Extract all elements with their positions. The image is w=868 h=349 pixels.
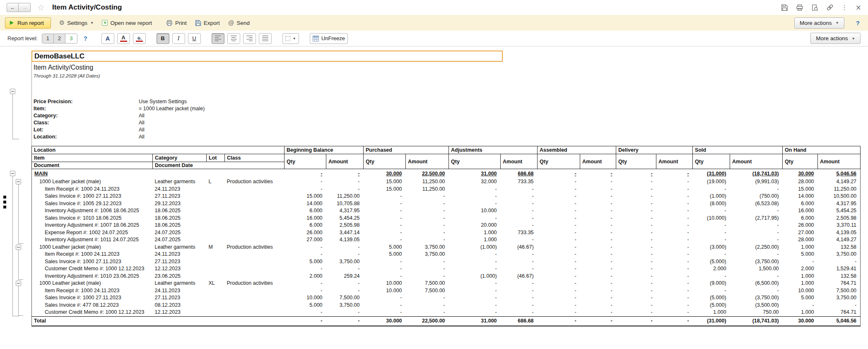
row-label[interactable]: Total bbox=[32, 316, 285, 326]
table-cell[interactable]: - bbox=[616, 316, 656, 326]
table-cell[interactable]: 10.000 bbox=[449, 207, 501, 215]
row-label[interactable]: 24.07.2025 bbox=[153, 236, 285, 244]
table-cell[interactable]: - bbox=[364, 236, 406, 244]
column-header[interactable]: Adjustments bbox=[449, 146, 538, 154]
column-header[interactable]: Qty bbox=[616, 154, 656, 169]
table-cell[interactable]: 1.000 bbox=[783, 309, 818, 316]
table-cell[interactable]: - bbox=[656, 280, 693, 287]
table-cell[interactable]: 686.68 bbox=[501, 316, 538, 326]
table-cell[interactable]: - bbox=[656, 236, 693, 244]
row-label[interactable]: XL bbox=[207, 280, 225, 287]
column-header[interactable]: Qty bbox=[364, 154, 406, 169]
table-cell[interactable]: 31.000 bbox=[449, 169, 501, 179]
table-cell[interactable]: 6.000 bbox=[783, 200, 818, 208]
table-cell[interactable]: - bbox=[616, 302, 656, 309]
table-cell[interactable]: - bbox=[538, 169, 580, 179]
row-label[interactable]: Leather garments bbox=[153, 280, 207, 287]
table-cell[interactable]: - bbox=[580, 222, 616, 229]
table-cell[interactable]: 30.000 bbox=[783, 169, 818, 179]
table-cell[interactable]: 5.000 bbox=[364, 251, 406, 258]
table-cell[interactable]: 686.68 bbox=[501, 169, 538, 179]
table-cell[interactable]: - bbox=[501, 265, 538, 273]
table-cell[interactable]: - bbox=[580, 287, 616, 295]
settings-button[interactable]: ⚙ Settings ▼ bbox=[59, 20, 94, 26]
table-cell[interactable]: 1.000 bbox=[783, 273, 818, 280]
table-cell[interactable]: - bbox=[364, 258, 406, 266]
table-cell[interactable]: - bbox=[538, 244, 580, 251]
run-report-button[interactable]: Run report bbox=[5, 17, 51, 29]
table-cell[interactable]: 3,750.00 bbox=[406, 244, 449, 251]
more-actions-button[interactable]: More actions ▼ bbox=[794, 17, 844, 29]
table-cell[interactable]: - bbox=[449, 251, 501, 258]
unfreeze-button[interactable]: UnFreeze bbox=[310, 33, 348, 44]
column-header[interactable]: Document Date bbox=[153, 162, 285, 169]
preview-icon[interactable] bbox=[811, 4, 818, 11]
table-cell[interactable]: (9,991.03) bbox=[730, 178, 783, 186]
row-label[interactable]: 1000 Leather jacket (male) bbox=[32, 178, 153, 186]
row-label[interactable]: 24.11.2023 bbox=[153, 186, 285, 193]
table-cell[interactable]: - bbox=[501, 222, 538, 229]
table-cell[interactable]: - bbox=[693, 236, 730, 244]
table-cell[interactable]: - bbox=[580, 207, 616, 215]
table-cell[interactable]: - bbox=[616, 309, 656, 316]
table-cell[interactable]: - bbox=[730, 186, 783, 193]
table-cell[interactable]: 16.000 bbox=[783, 207, 818, 215]
table-cell[interactable]: - bbox=[580, 169, 616, 179]
table-cell[interactable]: - bbox=[326, 287, 364, 295]
row-label[interactable]: Item Receipt #: 1000 24.11.2023 bbox=[32, 186, 153, 193]
column-header[interactable]: Sold bbox=[693, 146, 783, 154]
table-cell[interactable]: - bbox=[616, 294, 656, 302]
table-cell[interactable]: - bbox=[326, 265, 364, 273]
collapse-toggle-main[interactable] bbox=[10, 171, 15, 176]
save-icon[interactable] bbox=[781, 4, 788, 11]
table-cell[interactable]: - bbox=[538, 265, 580, 273]
table-cell[interactable]: - bbox=[285, 178, 326, 186]
column-header[interactable]: Purchased bbox=[364, 146, 449, 154]
table-cell[interactable]: - bbox=[406, 193, 449, 200]
table-cell[interactable]: - bbox=[449, 265, 501, 273]
column-header[interactable]: Qty bbox=[538, 154, 580, 169]
row-label[interactable]: 29.12.2023 bbox=[153, 200, 285, 208]
column-header[interactable]: Amount bbox=[818, 154, 861, 169]
table-cell[interactable]: 22,500.00 bbox=[406, 316, 449, 326]
table-cell[interactable]: - bbox=[656, 207, 693, 215]
table-cell[interactable]: 733.35 bbox=[501, 229, 538, 237]
table-cell[interactable]: 6.000 bbox=[783, 215, 818, 222]
table-cell[interactable]: (3.000) bbox=[693, 244, 730, 251]
table-cell[interactable]: - bbox=[656, 273, 693, 280]
table-cell[interactable]: - bbox=[364, 302, 406, 309]
table-cell[interactable]: - bbox=[364, 215, 406, 222]
table-cell[interactable]: 7,500.00 bbox=[326, 294, 364, 302]
table-cell[interactable]: - bbox=[538, 316, 580, 326]
table-cell[interactable]: 30.000 bbox=[783, 316, 818, 326]
table-cell[interactable]: 11,250.00 bbox=[406, 186, 449, 193]
collapse-toggle-item-m[interactable] bbox=[16, 245, 21, 250]
table-cell[interactable]: - bbox=[364, 294, 406, 302]
row-label[interactable]: Inventory Adjustment #: 1010 23.06.2025 bbox=[32, 273, 153, 280]
table-cell[interactable]: - bbox=[364, 229, 406, 237]
table-cell[interactable]: 2.000 bbox=[693, 265, 730, 273]
table-cell[interactable]: - bbox=[580, 244, 616, 251]
column-header[interactable]: Amount bbox=[406, 154, 449, 169]
table-cell[interactable]: 27.000 bbox=[285, 236, 326, 244]
table-cell[interactable]: 5,046.56 bbox=[818, 316, 861, 326]
row-label[interactable]: 1000 Leather jacket (male) bbox=[32, 244, 153, 251]
table-cell[interactable]: 15.000 bbox=[364, 186, 406, 193]
table-cell[interactable]: 750.00 bbox=[730, 309, 783, 316]
column-header[interactable]: Qty bbox=[783, 154, 818, 169]
open-new-report-button[interactable]: + Open new report bbox=[102, 20, 152, 26]
table-cell[interactable]: - bbox=[364, 207, 406, 215]
table-cell[interactable]: 132.58 bbox=[818, 273, 861, 280]
table-cell[interactable]: - bbox=[326, 186, 364, 193]
table-cell[interactable]: (18,741.03) bbox=[730, 169, 783, 179]
table-cell[interactable]: - bbox=[449, 287, 501, 295]
table-cell[interactable]: 2,505.98 bbox=[326, 222, 364, 229]
table-cell[interactable]: - bbox=[406, 215, 449, 222]
table-cell[interactable]: 1,500.00 bbox=[730, 265, 783, 273]
align-center-button[interactable] bbox=[227, 33, 240, 44]
table-cell[interactable]: - bbox=[616, 229, 656, 237]
bold-button[interactable]: B bbox=[157, 33, 169, 44]
column-header[interactable]: Amount bbox=[580, 154, 616, 169]
table-cell[interactable]: 5.000 bbox=[783, 294, 818, 302]
table-cell[interactable]: - bbox=[449, 200, 501, 208]
